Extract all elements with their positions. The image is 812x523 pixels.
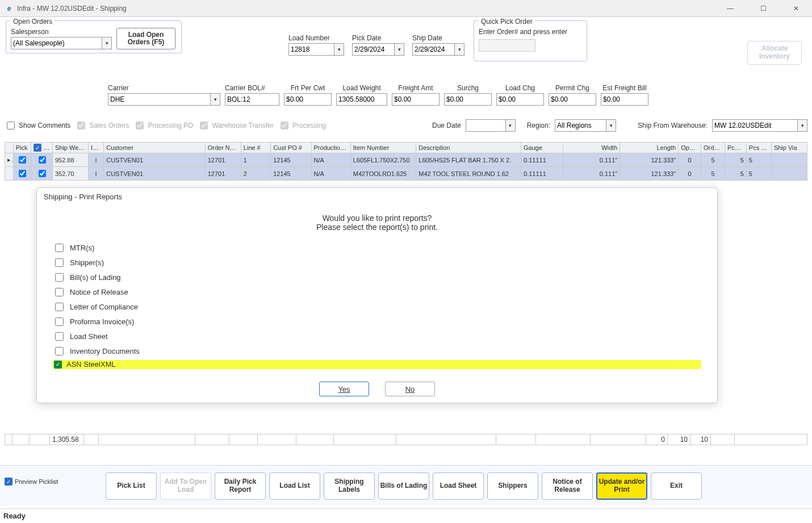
allocate-inventory-button[interactable]: Allocate Inventory bbox=[747, 41, 802, 65]
permit-chg-label: Permit Chg bbox=[549, 84, 596, 92]
chevron-down-icon[interactable]: ▾ bbox=[102, 37, 112, 49]
dialog-title: Shipping - Print Reports bbox=[37, 188, 717, 206]
chevron-down-icon[interactable]: ▾ bbox=[797, 119, 807, 132]
chevron-down-icon[interactable]: ▾ bbox=[210, 93, 220, 106]
carrier-bol-input[interactable] bbox=[225, 93, 279, 106]
report-option[interactable]: Notice of Release bbox=[53, 286, 701, 298]
quick-pick-input[interactable] bbox=[479, 39, 535, 52]
shippers-button[interactable]: Shippers bbox=[487, 472, 538, 500]
processing-po-checkbox[interactable]: Processing PO bbox=[133, 120, 193, 131]
quick-pick-label: Quick Pick Order bbox=[479, 18, 535, 26]
shipping-grid[interactable]: Pick ✓ Ship (All) Ship Weight Inv Disp C… bbox=[5, 142, 807, 181]
quick-pick-group: Quick Pick Order Enter Order# and press … bbox=[474, 20, 587, 61]
chevron-down-icon[interactable]: ▾ bbox=[454, 43, 464, 56]
report-checkbox[interactable] bbox=[55, 303, 64, 311]
ship-date-input[interactable] bbox=[412, 43, 454, 56]
ship-checkbox[interactable] bbox=[39, 156, 46, 164]
checkbox-checked-icon: ✓ bbox=[54, 361, 62, 369]
show-comments-checkbox[interactable]: Show Comments bbox=[5, 120, 70, 131]
load-list-button[interactable]: Load List bbox=[269, 472, 320, 500]
shipping-labels-button[interactable]: Shipping Labels bbox=[324, 472, 375, 500]
freight-amt-label: Freight Amt bbox=[392, 84, 440, 92]
notice-of-release-button[interactable]: Notice of Release bbox=[542, 472, 593, 500]
bottom-toolbar: ✓Preview Picklist Pick ListAdd To Open L… bbox=[0, 465, 812, 506]
pick-checkbox[interactable] bbox=[19, 156, 26, 164]
frt-per-cwt-label: Frt Per Cwt bbox=[284, 84, 332, 92]
chevron-down-icon[interactable]: ▾ bbox=[394, 43, 404, 56]
carrier-bol-label: Carrier BOL# bbox=[225, 84, 279, 92]
ship-from-label: Ship From Warehouse: bbox=[638, 122, 708, 129]
maximize-button[interactable]: ☐ bbox=[752, 5, 775, 12]
pick-list-button[interactable]: Pick List bbox=[106, 472, 157, 500]
region-select[interactable] bbox=[555, 119, 606, 132]
load-weight-label: Load Weight bbox=[336, 84, 387, 92]
ship-all-header-checkbox[interactable]: ✓ bbox=[34, 144, 41, 152]
ship-from-select[interactable] bbox=[712, 119, 797, 132]
est-freight-bill-label: Est Freight Bill bbox=[601, 84, 648, 92]
ship-date-label: Ship Date bbox=[412, 34, 464, 42]
exit-button[interactable]: Exit bbox=[651, 472, 702, 500]
chevron-down-icon[interactable]: ▾ bbox=[505, 119, 516, 132]
report-option[interactable]: ✓ASN SteelXML bbox=[53, 360, 701, 369]
no-button[interactable]: No bbox=[385, 382, 435, 396]
table-row[interactable]: ▸ 952.88 ICUSTVEN0112701112145N/AL605FL1… bbox=[5, 153, 807, 167]
report-option[interactable]: Shipper(s) bbox=[53, 257, 701, 269]
minimize-button[interactable]: — bbox=[719, 5, 742, 12]
app-icon: e bbox=[5, 4, 14, 13]
est-freight-bill-input[interactable] bbox=[601, 93, 648, 106]
load-open-orders-button[interactable]: Load Open Orders (F5) bbox=[116, 28, 175, 49]
report-checkbox[interactable] bbox=[55, 244, 64, 252]
grid-header-row: Pick ✓ Ship (All) Ship Weight Inv Disp C… bbox=[5, 143, 807, 153]
report-checkbox[interactable] bbox=[55, 258, 64, 267]
daily-pick-report-button[interactable]: Daily Pick Report bbox=[215, 472, 266, 500]
due-date-input[interactable] bbox=[466, 119, 505, 132]
warehouse-transfer-checkbox[interactable]: Warehouse Transfer bbox=[198, 120, 273, 131]
surchg-label: Surchg bbox=[444, 84, 492, 92]
preview-picklist-checkbox[interactable]: ✓Preview Picklist bbox=[5, 478, 58, 486]
frt-per-cwt-input[interactable] bbox=[284, 93, 332, 106]
window-title: Infra - MW 12.02USDEdit - Shipping bbox=[17, 5, 127, 12]
load-weight-input[interactable] bbox=[336, 93, 387, 106]
load-number-input[interactable] bbox=[288, 43, 334, 56]
report-option[interactable]: Letter of Compliance bbox=[53, 301, 701, 313]
load-chg-label: Load Chg bbox=[496, 84, 544, 92]
quick-pick-hint: Enter Order# and press enter bbox=[479, 28, 582, 36]
ship-checkbox[interactable] bbox=[39, 170, 46, 177]
print-reports-dialog: Shipping - Print Reports Would you like … bbox=[36, 187, 718, 403]
report-option[interactable]: MTR(s) bbox=[53, 242, 701, 254]
dialog-question-1: Would you like to print reports? bbox=[53, 214, 701, 223]
processing-checkbox[interactable]: Processing bbox=[278, 120, 326, 131]
freight-amt-input[interactable] bbox=[392, 93, 440, 106]
pick-checkbox[interactable] bbox=[19, 170, 26, 177]
title-bar: e Infra - MW 12.02USDEdit - Shipping — ☐… bbox=[0, 0, 812, 17]
report-checkbox[interactable] bbox=[55, 317, 64, 326]
report-checkbox[interactable] bbox=[55, 273, 64, 282]
chevron-down-icon[interactable]: ▾ bbox=[334, 43, 344, 56]
update-and-or-print-button[interactable]: Update and/or Print bbox=[596, 472, 647, 500]
add-to-open-load-button[interactable]: Add To Open Load bbox=[160, 472, 211, 500]
report-option[interactable]: Bill(s) of Lading bbox=[53, 271, 701, 283]
report-option[interactable]: Load Sheet bbox=[53, 330, 701, 342]
sales-orders-checkbox[interactable]: Sales Orders bbox=[75, 120, 129, 131]
carrier-select[interactable] bbox=[108, 93, 210, 106]
surchg-input[interactable] bbox=[444, 93, 492, 106]
load-chg-input[interactable] bbox=[496, 93, 544, 106]
report-checkbox[interactable] bbox=[55, 332, 64, 341]
dialog-question-2: Please select the report(s) to print. bbox=[53, 223, 701, 232]
chevron-down-icon[interactable]: ▾ bbox=[606, 119, 616, 132]
open-orders-group: Open Orders Salesperson ▾ Load Open Orde… bbox=[6, 20, 182, 53]
bills-of-lading-button[interactable]: Bills of Lading bbox=[378, 472, 429, 500]
grid-footer-totals: 1,305.58 0 10 10 bbox=[5, 434, 807, 445]
pick-date-input[interactable] bbox=[352, 43, 394, 56]
due-date-label: Due Date bbox=[432, 122, 461, 129]
table-row[interactable]: 352.70 ICUSTVEN0112701212145N/AM42TOOLRD… bbox=[5, 167, 807, 181]
permit-chg-input[interactable] bbox=[549, 93, 596, 106]
report-checkbox[interactable] bbox=[55, 347, 64, 355]
load-sheet-button[interactable]: Load Sheet bbox=[433, 472, 484, 500]
salesperson-select[interactable] bbox=[11, 37, 102, 49]
close-button[interactable]: ✕ bbox=[785, 5, 807, 12]
report-checkbox[interactable] bbox=[55, 288, 64, 296]
report-option[interactable]: Proforma Invoice(s) bbox=[53, 316, 701, 328]
report-option[interactable]: Inventory Documents bbox=[53, 345, 701, 357]
yes-button[interactable]: Yes bbox=[319, 382, 369, 396]
